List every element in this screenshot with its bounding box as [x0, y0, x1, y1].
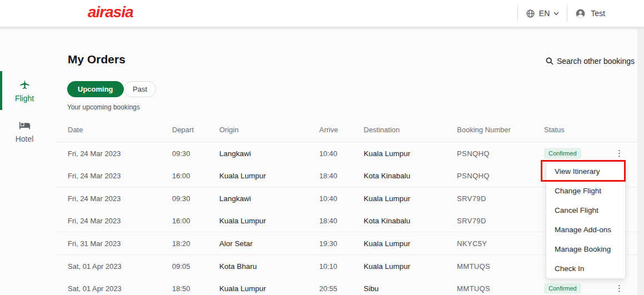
cell-arrive: 19:30: [319, 239, 338, 248]
sidebar-item-label: Flight: [0, 94, 49, 103]
cell-origin: Kuala Lumpur: [219, 172, 266, 180]
cell-arrive: 18:40: [319, 217, 338, 225]
kebab-menu-icon[interactable]: ⋮: [612, 283, 627, 293]
search-other-bookings-link[interactable]: Search other bookings: [545, 57, 635, 66]
cell-depart: 18:50: [172, 284, 190, 293]
tab-upcoming[interactable]: Upcoming: [67, 81, 124, 97]
header-actions: EN Test: [510, 0, 605, 27]
menu-item-manage-add-ons[interactable]: Manage Add-ons: [546, 220, 625, 239]
globe-icon: [526, 9, 535, 18]
cell-booking-number: NKYC5Y: [457, 239, 487, 248]
status-badge: Confirmed: [544, 283, 581, 294]
cell-destination: Kuala Lumpur: [364, 194, 410, 203]
bed-icon: [19, 119, 31, 131]
sidebar-item-flight[interactable]: Flight: [0, 79, 49, 103]
column-header: Arrive: [319, 126, 338, 134]
cell-arrive: 20:55: [319, 284, 338, 293]
tab-past[interactable]: Past: [124, 81, 156, 97]
booking-context-menu: View ItineraryChange FlightCancel Flight…: [546, 161, 626, 279]
plane-icon: [19, 79, 31, 91]
cell-date: Sat, 01 Apr 2023: [68, 284, 122, 293]
cell-destination: Kota Kinabalu: [364, 172, 410, 180]
column-header: Destination: [364, 126, 400, 134]
menu-item-check-in[interactable]: Check In: [546, 259, 625, 278]
cell-origin: Langkawi: [219, 149, 251, 158]
status-badge: Confirmed: [544, 148, 581, 159]
cell-arrive: 10:40: [319, 194, 338, 203]
column-header: Depart: [172, 126, 194, 134]
cell-booking-number: SRV79D: [457, 194, 486, 203]
header-divider: [517, 5, 518, 22]
user-menu[interactable]: Test: [575, 8, 605, 19]
cell-booking-number: SRV79D: [457, 217, 486, 225]
cell-booking-number: MMTUQS: [457, 284, 490, 293]
cell-booking-number: PSNQHQ: [457, 149, 490, 158]
sidebar-item-label: Hotel: [0, 134, 49, 143]
cell-date: Sat, 01 Apr 2023: [68, 262, 122, 271]
cell-depart: 09:30: [172, 194, 190, 203]
cell-depart: 09:30: [172, 149, 190, 158]
column-header: Status: [544, 126, 565, 134]
cell-origin: Kuala Lumpur: [219, 217, 266, 225]
kebab-menu-icon[interactable]: ⋮: [612, 148, 627, 158]
top-header: airasia EN: [0, 0, 644, 27]
user-avatar-icon: [575, 8, 586, 19]
cell-depart: 16:00: [172, 217, 190, 225]
cell-arrive: 10:10: [319, 262, 338, 271]
header-divider: [567, 5, 567, 22]
cell-depart: 18:20: [172, 239, 190, 248]
cell-depart: 09:05: [172, 262, 190, 271]
cell-arrive: 10:40: [319, 149, 338, 158]
cell-date: Fri, 24 Mar 2023: [68, 149, 120, 158]
cell-date: Fri, 24 Mar 2023: [68, 172, 120, 180]
column-header: Booking Number: [457, 126, 511, 134]
cell-origin: Kuala Lumpur: [219, 284, 266, 293]
column-header: Origin: [219, 126, 239, 134]
language-selector[interactable]: EN: [526, 9, 559, 18]
cell-date: Fri, 31 Mar 2023: [68, 239, 120, 248]
chevron-down-icon: [554, 12, 559, 16]
cell-origin: Langkawi: [219, 194, 251, 203]
cell-date: Fri, 24 Mar 2023: [68, 217, 120, 225]
cell-destination: Kuala Lumpur: [364, 149, 410, 158]
cell-destination: Kuala Lumpur: [364, 239, 410, 248]
airasia-logo[interactable]: airasia: [88, 3, 133, 21]
cell-destination: Sibu: [364, 284, 379, 293]
cell-origin: Kota Bharu: [219, 262, 257, 271]
menu-item-cancel-flight[interactable]: Cancel Flight: [546, 201, 625, 220]
column-header: Date: [68, 126, 83, 134]
search-link-label: Search other bookings: [557, 57, 635, 66]
search-icon: [545, 57, 554, 66]
menu-item-change-flight[interactable]: Change Flight: [546, 181, 625, 201]
cell-origin: Alor Setar: [219, 239, 253, 248]
menu-item-view-itinerary[interactable]: View Itinerary: [546, 162, 625, 181]
cell-booking-number: PSNQHQ: [457, 172, 490, 180]
table-header-row: DateDepartOriginArriveDestinationBooking…: [56, 121, 638, 142]
my-orders-page: airasia EN: [0, 0, 644, 295]
language-label: EN: [539, 9, 550, 18]
bookings-subtitle: Your upcoming bookings: [67, 103, 140, 111]
cell-date: Fri, 24 Mar 2023: [68, 194, 120, 203]
menu-item-manage-booking[interactable]: Manage Booking: [546, 239, 625, 259]
sidebar-item-hotel[interactable]: Hotel: [0, 119, 49, 143]
cell-destination: Kota Kinabalu: [364, 217, 410, 225]
cell-depart: 16:00: [172, 172, 190, 180]
table-row: Sat, 01 Apr 202318:50Kuala Lumpur20:55Si…: [56, 277, 638, 295]
page-title: My Orders: [68, 53, 125, 66]
cell-booking-number: MMTUQS: [457, 262, 490, 271]
user-name: Test: [591, 9, 605, 18]
cell-arrive: 18:40: [319, 172, 338, 180]
cell-destination: Kuala Lumpur: [364, 262, 410, 271]
